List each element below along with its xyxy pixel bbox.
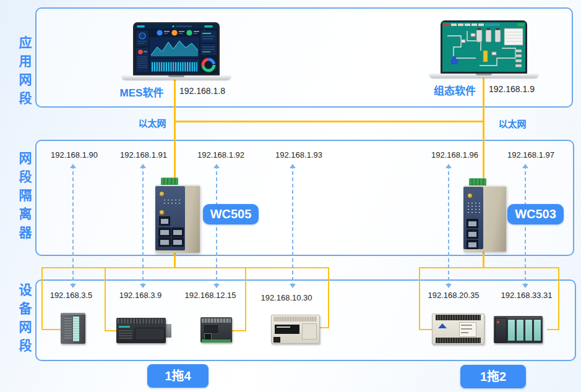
wc503-led-block (467, 202, 481, 215)
plc2-door (135, 328, 165, 340)
plc3-status-panel (204, 325, 218, 333)
bus-right-stub-2 (547, 329, 559, 330)
mes-dashboard-screen (135, 24, 218, 74)
plc-mitsubishi-fx (271, 315, 320, 344)
plc5-top-terminals (436, 315, 481, 320)
wc503-ip-1: 192.168.1.96 (429, 150, 481, 160)
wc505-ip-3: 192.168.1.92 (195, 150, 247, 160)
ethernet-trunk-line (174, 121, 484, 122)
plc6-module-1 (507, 319, 515, 341)
plc3-top-terminals (202, 318, 231, 323)
bus-left-drop-2 (105, 267, 106, 331)
plc-ip-4: 192.168.10.30 (258, 293, 315, 302)
wc503-eth-port-2 (467, 229, 478, 239)
bus-left-stub-2 (105, 330, 118, 331)
plc4-label-text (277, 326, 290, 328)
plc-s7-300-module (61, 313, 85, 344)
bus-left-drop-4 (328, 267, 329, 328)
bus-left-drop-1 (41, 267, 43, 330)
network-topology-diagram: 应用网段 网段隔离器 设备网段 (0, 0, 581, 392)
plc-delta-dvp (432, 313, 484, 344)
bus-left-horizontal (41, 267, 329, 268)
plc1-vents (64, 318, 72, 340)
bus-left-stub-1 (41, 329, 61, 330)
ethernet-label-right: 以太网 (493, 117, 532, 130)
plc4-vents (273, 317, 317, 322)
wc505-eth-port-1 (158, 228, 171, 237)
plc2-top-terminals (118, 319, 165, 323)
plc3-green-strip (202, 339, 231, 343)
plc-s7-1200 (199, 316, 233, 344)
wc503-model-badge: WC503 (507, 204, 564, 224)
plc6-module-4 (533, 319, 541, 341)
mapping-arrow-3 (216, 165, 217, 287)
plc-ip-3: 192.168.12.15 (182, 291, 239, 300)
scada-software-label: 组态软件 (428, 82, 481, 98)
bus-left-stub-3 (232, 330, 246, 331)
plc5-label-line-3 (461, 332, 468, 333)
wc505-antenna-port-2 (159, 210, 165, 215)
plc-ip-5: 192.168.20.35 (425, 291, 482, 300)
wc503-ip-2: 192.168.1.97 (505, 150, 557, 160)
wc503-device (462, 178, 506, 250)
wc505-eth-port-4 (171, 237, 184, 247)
wc505-led-block (163, 198, 180, 206)
scada-hmi-screen (442, 22, 525, 72)
plc-s7-300-rack (494, 316, 543, 343)
device-segment-label: 设备网段 (15, 283, 33, 357)
mes-ip: 192.168.1.8 (179, 86, 225, 96)
wc505-device (153, 177, 200, 252)
plc-ip-1: 192.168.3.5 (45, 291, 97, 300)
ethernet-label-left: 以太网 (132, 116, 172, 129)
plc5-label-line-2 (461, 328, 472, 330)
wc503-eth-port-3 (467, 240, 478, 249)
scada-ip: 192.168.1.9 (489, 84, 535, 94)
wc505-model-badge: WC505 (203, 204, 259, 224)
wc503-eth-port-1 (467, 219, 478, 228)
plc-ip-2: 192.168.3.9 (114, 291, 166, 300)
bus-right-stub-1 (419, 329, 433, 330)
one-to-four-badge: 1拖4 (147, 364, 209, 388)
mapping-arrow-1 (72, 165, 74, 287)
plc2-led-column (119, 330, 132, 339)
mes-laptop-base (122, 75, 231, 80)
wc505-ip-2: 192.168.1.91 (118, 150, 170, 160)
wc505-eth-port-3 (158, 237, 171, 247)
wc505-eth-port-2 (171, 228, 184, 237)
plc6-module-3 (525, 319, 533, 341)
plc4-right-door (302, 323, 317, 339)
plc5-label-line-1 (461, 325, 472, 326)
bus-left-drop-3 (245, 267, 246, 331)
plc4-port (273, 337, 280, 343)
isolator-segment-label: 网段隔离器 (15, 151, 33, 244)
wc503-antenna-port (467, 193, 473, 198)
mapping-arrow-2 (142, 165, 144, 287)
one-to-two-badge: 1拖2 (460, 365, 526, 388)
wc505-ip-1: 192.168.1.90 (48, 150, 100, 160)
bus-right-drop-2 (558, 267, 559, 330)
mes-laptop (133, 22, 220, 76)
scada-laptop-base (429, 74, 538, 78)
scada-laptop (441, 20, 527, 74)
mapping-arrow-5 (448, 165, 449, 287)
plc-s7-200 (116, 317, 171, 344)
mapping-arrow-4 (292, 165, 293, 287)
plc5-bottom-terminals (436, 338, 481, 343)
mapping-arrow-6 (525, 165, 526, 287)
bus-right-horizontal (419, 267, 559, 268)
wc505-eth-port-wan (159, 216, 170, 226)
wc505-ip-4: 192.168.1.93 (273, 150, 325, 160)
application-segment-label: 应用网段 (15, 36, 33, 110)
plc1-mint-stripe (73, 317, 79, 341)
plc6-psu-led (497, 321, 499, 323)
wc505-antenna-port-1 (159, 191, 165, 197)
plc6-module-2 (516, 319, 524, 341)
bus-right-drop-1 (419, 267, 420, 330)
plc2-brand-mark (119, 326, 130, 328)
mes-software-label: MES软件 (115, 84, 168, 100)
plc-ip-6: 192.168.33.31 (498, 291, 555, 300)
